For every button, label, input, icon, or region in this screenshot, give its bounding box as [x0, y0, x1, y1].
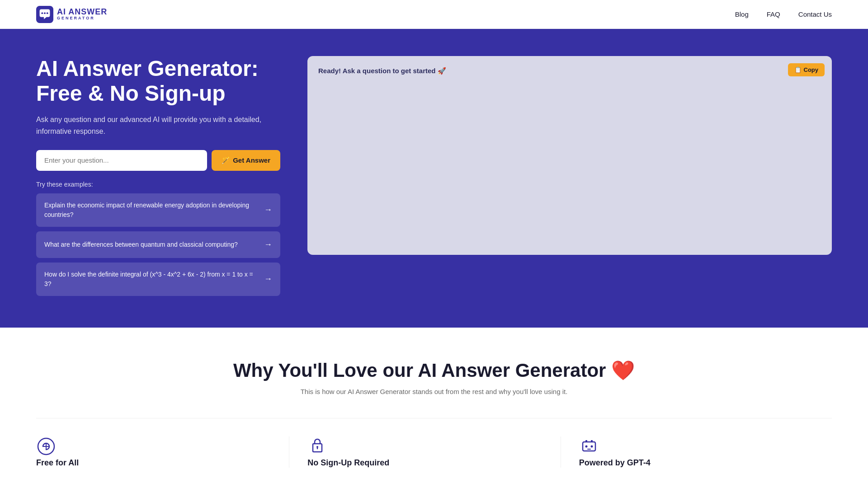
svg-point-2 [44, 12, 46, 14]
arrow-icon-2: → [264, 273, 272, 285]
svg-point-10 [585, 445, 587, 447]
logo-icon [36, 6, 53, 23]
svg-point-3 [47, 12, 48, 14]
get-answer-label: Get Answer [233, 156, 270, 164]
feature-gpt4-title: Powered by GPT-4 [579, 458, 814, 468]
example-button-0[interactable]: Explain the economic impact of renewable… [36, 193, 280, 227]
example-text-0: Explain the economic impact of renewable… [44, 201, 259, 220]
feature-gpt4: Powered by GPT-4 [579, 436, 832, 468]
hero-section: AI Answer Generator: Free & No Sign-up A… [0, 29, 868, 328]
svg-point-1 [41, 12, 43, 14]
svg-point-6 [316, 446, 318, 448]
svg-rect-8 [585, 440, 587, 442]
feature-nosignup: No Sign-Up Required [307, 436, 561, 468]
arrow-icon-0: → [264, 204, 272, 216]
why-description: This is how our AI Answer Generator stan… [36, 388, 832, 395]
example-text-2: How do I solve the definite integral of … [44, 270, 259, 289]
logo-brand: AI ANSWER [57, 8, 107, 17]
hero-left: AI Answer Generator: Free & No Sign-up A… [36, 56, 280, 296]
header: AI ANSWER GENERATOR Blog FAQ Contact Us [0, 0, 868, 29]
hero-description: Ask any question and our advanced AI wil… [36, 114, 280, 137]
copy-label: Copy [804, 66, 819, 73]
logo: AI ANSWER GENERATOR [36, 6, 107, 23]
svg-rect-9 [591, 440, 593, 442]
main-nav: Blog FAQ Contact Us [735, 10, 832, 18]
logo-sub: GENERATOR [57, 16, 107, 21]
logo-text: AI ANSWER GENERATOR [57, 8, 107, 21]
hero-title: AI Answer Generator: Free & No Sign-up [36, 56, 280, 106]
nav-blog[interactable]: Blog [735, 10, 749, 18]
no-signup-icon [307, 436, 542, 458]
why-section: Why You'll Love our AI Answer Generator … [0, 328, 868, 486]
try-examples-label: Try these examples: [36, 181, 280, 188]
features-row: Free for All No Sign-Up Required [36, 418, 832, 468]
gpt4-icon [579, 436, 814, 458]
copy-button[interactable]: 📋 Copy [788, 63, 825, 76]
feature-nosignup-title: No Sign-Up Required [307, 458, 542, 468]
question-input[interactable] [36, 150, 207, 171]
feature-free: Free for All [36, 436, 289, 468]
nav-faq[interactable]: FAQ [767, 10, 780, 18]
arrow-icon-1: → [264, 239, 272, 251]
answer-status: Ready! Ask a question to get started 🚀 [318, 67, 821, 75]
example-button-1[interactable]: What are the differences between quantum… [36, 231, 280, 258]
example-button-2[interactable]: How do I solve the definite integral of … [36, 263, 280, 296]
feature-free-title: Free for All [36, 458, 271, 468]
answer-panel: 📋 Copy Ready! Ask a question to get star… [307, 56, 832, 255]
question-input-row: 🪄 Get Answer [36, 150, 280, 171]
nav-contact[interactable]: Contact Us [798, 10, 832, 18]
get-answer-button[interactable]: 🪄 Get Answer [212, 150, 280, 171]
copy-icon: 📋 [794, 66, 802, 73]
example-text-1: What are the differences between quantum… [44, 240, 238, 249]
free-icon [36, 436, 271, 458]
wand-icon: 🪄 [222, 156, 230, 164]
why-title: Why You'll Love our AI Answer Generator … [36, 359, 832, 381]
svg-point-11 [590, 445, 593, 447]
